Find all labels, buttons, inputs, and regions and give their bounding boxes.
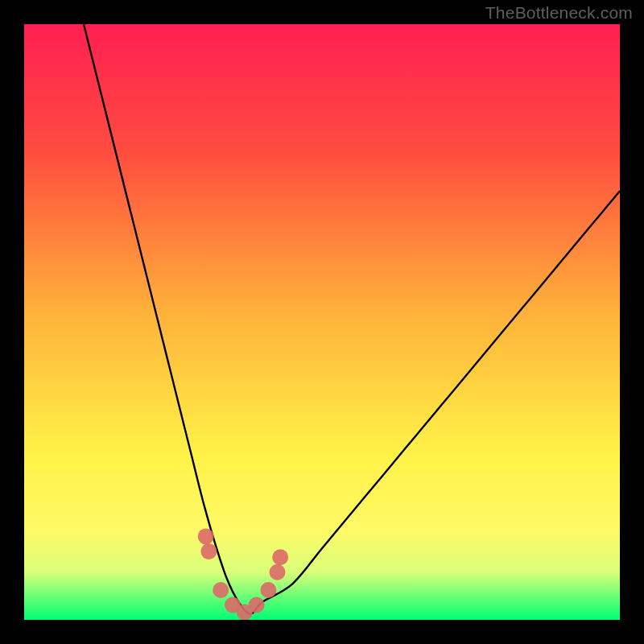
chart-frame: TheBottleneck.com [0, 0, 644, 644]
background-gradient [24, 24, 620, 620]
watermark-text: TheBottleneck.com [485, 3, 633, 23]
svg-rect-0 [24, 24, 620, 620]
plot-area [24, 24, 620, 620]
